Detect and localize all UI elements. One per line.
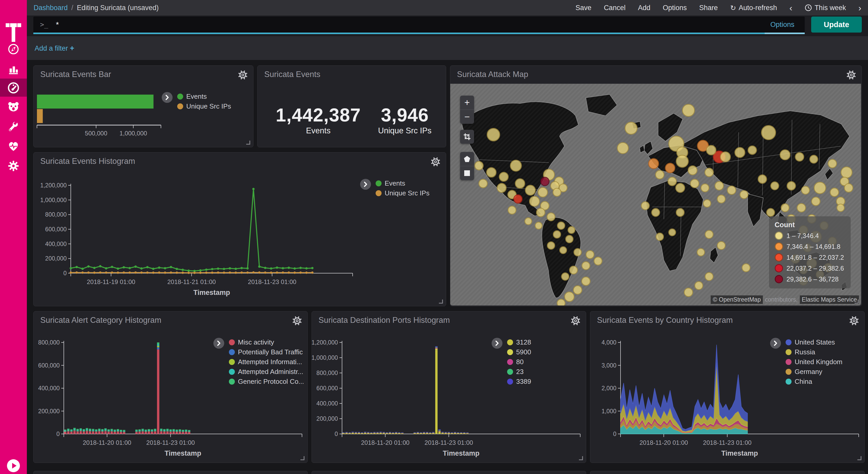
attack-dot[interactable] [617,142,629,154]
attack-dot[interactable] [690,179,699,188]
sidebar-item-monitoring[interactable] [0,138,27,155]
attack-dot[interactable] [706,145,716,155]
legend-item[interactable]: Events [177,92,207,100]
attack-dot[interactable] [809,155,818,164]
attack-dot[interactable] [780,149,790,160]
attack-dot[interactable] [705,272,714,281]
attack-dot[interactable] [564,292,575,302]
legend-item[interactable]: United States [785,338,835,346]
chart-canvas[interactable]: 01,0002,0003,0004,0002018-11-20 01:00201… [590,312,864,463]
attack-dot[interactable] [770,181,779,190]
legend-item[interactable]: Unique Src IPs [177,102,231,110]
attack-dot[interactable] [510,160,522,172]
attack-dot[interactable] [740,190,748,199]
attack-dot[interactable] [688,166,698,175]
rectangle-tool-button[interactable] [460,166,474,180]
attack-dot[interactable] [581,276,591,286]
attack-dot[interactable] [507,206,517,214]
attack-dot[interactable] [594,257,602,265]
legend-toggle-button[interactable] [492,338,502,349]
attack-dot[interactable] [540,177,550,186]
attack-dot[interactable] [553,188,561,197]
attack-dot[interactable] [801,186,810,195]
attack-dot[interactable] [547,212,555,221]
attack-dot[interactable] [537,187,548,198]
attack-dot[interactable] [547,241,555,250]
legend-item[interactable]: Events [376,179,405,187]
search-input[interactable]: >_ * Options [33,17,805,33]
attack-dot[interactable] [497,183,506,193]
attack-dot[interactable] [478,179,488,188]
legend-toggle-button[interactable] [213,338,224,349]
update-button[interactable]: Update [811,17,862,33]
attack-dot[interactable] [668,229,676,236]
attack-dot[interactable] [748,146,757,155]
query-options-link[interactable]: Options [770,21,795,29]
attack-dot[interactable] [559,246,567,254]
attack-dot[interactable] [557,221,565,230]
attack-dot[interactable] [836,204,845,212]
attack-dot[interactable] [567,226,575,234]
attack-dot[interactable] [536,208,545,217]
legend-item[interactable]: 80 [507,358,524,366]
save-button[interactable]: Save [576,4,592,12]
attack-dot[interactable] [529,196,540,207]
attack-dot[interactable] [665,163,675,173]
chart-canvas[interactable]: 0200,000400,000600,000800,0001,000,0001,… [312,312,586,463]
attack-dot[interactable] [676,155,689,168]
attack-dot[interactable] [582,261,590,270]
attack-dot[interactable] [720,151,731,162]
attack-dot[interactable] [735,147,745,158]
legend-item[interactable]: 3128 [507,338,531,346]
legend-item[interactable]: 5900 [507,348,531,356]
ems-attribution-link[interactable]: Elastic Maps Service [800,295,859,304]
attack-dot[interactable] [830,188,839,197]
attack-dot[interactable] [625,122,638,135]
attack-dot[interactable] [694,281,703,290]
sidebar-item-suricata[interactable] [0,98,27,116]
add-filter-link[interactable]: Add a filter + [35,44,74,53]
legend-item[interactable]: Generic Protocol Co... [229,378,304,386]
attack-dot[interactable] [656,233,664,241]
legend-item[interactable]: China [785,378,812,386]
attack-dot[interactable] [569,266,578,274]
attack-dot[interactable] [668,177,677,186]
attack-dot[interactable] [553,230,561,239]
attack-dot[interactable] [758,174,767,184]
attack-dot[interactable] [715,181,724,190]
legend-item[interactable]: Unique Src IPs [376,189,429,197]
attack-dot[interactable] [682,104,695,117]
attack-dot[interactable] [565,235,574,243]
attack-dot[interactable] [675,183,685,193]
time-prev-button[interactable]: ‹ [789,3,792,13]
attack-dot[interactable] [717,195,726,203]
attack-dot[interactable] [705,230,714,239]
attack-dot[interactable] [811,197,820,206]
sidebar-item-dev-tools[interactable] [0,118,27,136]
osm-attribution-link[interactable]: © OpenStreetMap [711,295,763,304]
fit-bounds-button[interactable] [460,130,474,144]
attack-dot[interactable] [573,285,582,295]
attack-dot[interactable] [697,248,705,256]
attack-dot[interactable] [487,128,500,141]
legend-item[interactable]: Attempted Administr... [229,368,303,376]
attack-dot[interactable] [499,172,509,182]
attack-dot[interactable] [717,241,726,250]
add-button[interactable]: Add [638,4,650,12]
attack-dot[interactable] [574,248,582,256]
options-button[interactable]: Options [663,4,687,12]
attack-dot[interactable] [524,217,532,225]
time-next-button[interactable]: › [859,3,861,13]
legend-toggle-button[interactable] [770,338,781,349]
attack-dot[interactable] [525,185,536,196]
attack-dot[interactable] [727,185,736,195]
sidebar-item-discover[interactable] [0,40,27,58]
panel-resize-handle[interactable] [854,299,859,304]
legend-item[interactable]: 3389 [507,378,531,386]
attack-dot[interactable] [701,183,709,192]
attack-dot[interactable] [841,167,852,178]
attack-dot[interactable] [513,195,523,204]
attack-dot[interactable] [828,159,837,168]
attack-dot[interactable] [761,125,776,140]
attack-dot[interactable] [676,208,685,217]
